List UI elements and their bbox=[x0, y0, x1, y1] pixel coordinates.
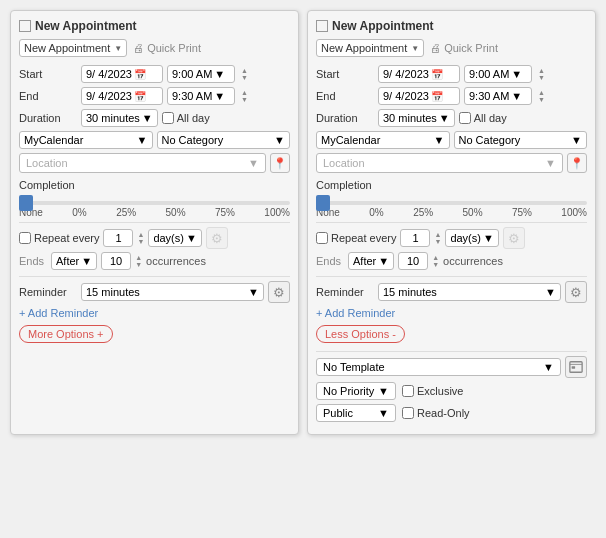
slider-track[interactable] bbox=[19, 201, 290, 205]
duration-row-2: Duration 30 minutes ▼ All day bbox=[316, 109, 587, 127]
calendar-dropdown[interactable]: MyCalendar ▼ bbox=[19, 131, 153, 149]
down-arrow-icon[interactable]: ▼ bbox=[241, 74, 248, 81]
category-dropdown-2[interactable]: No Category ▼ bbox=[454, 131, 588, 149]
down-arrow-icon[interactable]: ▼ bbox=[241, 96, 248, 103]
slider-thumb[interactable] bbox=[19, 195, 33, 211]
repeat-count-input[interactable] bbox=[103, 229, 133, 247]
start-scroll[interactable]: ▲ ▼ bbox=[241, 67, 248, 81]
reminder-value-2: 15 minutes bbox=[383, 286, 437, 298]
repeat-count-input-2[interactable] bbox=[400, 229, 430, 247]
up-arrow-icon[interactable]: ▲ bbox=[137, 231, 144, 238]
repeat-checkbox-label-2[interactable]: Repeat every bbox=[316, 232, 396, 244]
appointment-type-dropdown-2[interactable]: New Appointment ▼ bbox=[316, 39, 424, 57]
calendar-icon[interactable]: 📅 bbox=[431, 69, 443, 80]
allday-checkbox[interactable] bbox=[162, 112, 174, 124]
location-field[interactable]: Location ▼ bbox=[19, 153, 266, 173]
up-arrow-icon[interactable]: ▲ bbox=[432, 254, 439, 261]
ends-after-dropdown[interactable]: After ▼ bbox=[51, 252, 97, 270]
ends-spinners[interactable]: ▲ ▼ bbox=[135, 254, 142, 268]
start-date-field[interactable]: 9/ 4/2023 📅 bbox=[81, 65, 163, 83]
up-arrow-icon[interactable]: ▲ bbox=[538, 89, 545, 96]
readonly-checkbox[interactable] bbox=[402, 407, 414, 419]
repeat-settings-button[interactable]: ⚙ bbox=[206, 227, 228, 249]
down-arrow-icon[interactable]: ▼ bbox=[137, 238, 144, 245]
reminder-dropdown-2[interactable]: 15 minutes ▼ bbox=[378, 283, 561, 301]
reminder-dropdown[interactable]: 15 minutes ▼ bbox=[81, 283, 264, 301]
up-arrow-icon[interactable]: ▲ bbox=[434, 231, 441, 238]
end-date-field-2[interactable]: 9/ 4/2023 📅 bbox=[378, 87, 460, 105]
up-arrow-icon[interactable]: ▲ bbox=[241, 67, 248, 74]
repeat-spinners-2[interactable]: ▲ ▼ bbox=[434, 231, 441, 245]
add-reminder-button[interactable]: + Add Reminder bbox=[19, 307, 290, 319]
allday-checkbox-2[interactable] bbox=[459, 112, 471, 124]
panel-1-title-text: New Appointment bbox=[35, 19, 137, 33]
exclusive-checkbox[interactable] bbox=[402, 385, 414, 397]
less-options-button[interactable]: Less Options - bbox=[316, 325, 405, 343]
appointment-type-dropdown[interactable]: New Appointment ▼ bbox=[19, 39, 127, 57]
ends-count-input-2[interactable] bbox=[398, 252, 428, 270]
calendar-dropdown-2[interactable]: MyCalendar ▼ bbox=[316, 131, 450, 149]
slider-thumb-2[interactable] bbox=[316, 195, 330, 211]
exclusive-label: Exclusive bbox=[417, 385, 463, 397]
template-settings-button[interactable] bbox=[565, 356, 587, 378]
completion-slider-2[interactable]: None 0% 25% 50% 75% 100% bbox=[316, 201, 587, 218]
category-dropdown[interactable]: No Category ▼ bbox=[157, 131, 291, 149]
up-arrow-icon[interactable]: ▲ bbox=[538, 67, 545, 74]
quick-print-button[interactable]: 🖨 Quick Print bbox=[133, 42, 201, 54]
location-pin-icon-2[interactable]: 📍 bbox=[567, 153, 587, 173]
location-field-2[interactable]: Location ▼ bbox=[316, 153, 563, 173]
end-scroll[interactable]: ▲ ▼ bbox=[241, 89, 248, 103]
repeat-label-2: Repeat every bbox=[331, 232, 396, 244]
slider-track-2[interactable] bbox=[316, 201, 587, 205]
add-reminder-button-2[interactable]: + Add Reminder bbox=[316, 307, 587, 319]
duration-dropdown[interactable]: 30 minutes ▼ bbox=[81, 109, 158, 127]
down-arrow-icon[interactable]: ▼ bbox=[135, 261, 142, 268]
ends-count-input[interactable] bbox=[101, 252, 131, 270]
label-0-2: 0% bbox=[369, 207, 383, 218]
end-time-field-2[interactable]: 9:30 AM ▼ bbox=[464, 87, 532, 105]
chevron-down-icon: ▼ bbox=[81, 255, 92, 267]
more-options-button[interactable]: More Options + bbox=[19, 325, 113, 343]
repeat-checkbox-2[interactable] bbox=[316, 232, 328, 244]
completion-slider[interactable]: None 0% 25% 50% 75% 100% bbox=[19, 201, 290, 218]
priority-dropdown[interactable]: No Priority ▼ bbox=[316, 382, 396, 400]
end-time-field[interactable]: 9:30 AM ▼ bbox=[167, 87, 235, 105]
repeat-checkbox[interactable] bbox=[19, 232, 31, 244]
end-row: End 9/ 4/2023 📅 9:30 AM ▼ ▲ ▼ bbox=[19, 87, 290, 105]
start-date-field-2[interactable]: 9/ 4/2023 📅 bbox=[378, 65, 460, 83]
allday-checkbox-label[interactable]: All day bbox=[162, 112, 210, 124]
end-date-field[interactable]: 9/ 4/2023 📅 bbox=[81, 87, 163, 105]
repeat-checkbox-label[interactable]: Repeat every bbox=[19, 232, 99, 244]
readonly-checkbox-label[interactable]: Read-Only bbox=[402, 407, 470, 419]
down-arrow-icon[interactable]: ▼ bbox=[538, 74, 545, 81]
down-arrow-icon[interactable]: ▼ bbox=[538, 96, 545, 103]
start-time-field[interactable]: 9:00 AM ▼ bbox=[167, 65, 235, 83]
end-scroll-2[interactable]: ▲ ▼ bbox=[538, 89, 545, 103]
repeat-settings-button-2[interactable]: ⚙ bbox=[503, 227, 525, 249]
down-arrow-icon[interactable]: ▼ bbox=[432, 261, 439, 268]
ends-spinners-2[interactable]: ▲ ▼ bbox=[432, 254, 439, 268]
reminder-settings-button[interactable]: ⚙ bbox=[268, 281, 290, 303]
exclusive-checkbox-label[interactable]: Exclusive bbox=[402, 385, 463, 397]
priority-value: No Priority bbox=[323, 385, 374, 397]
up-arrow-icon[interactable]: ▲ bbox=[241, 89, 248, 96]
duration-dropdown-2[interactable]: 30 minutes ▼ bbox=[378, 109, 455, 127]
down-arrow-icon[interactable]: ▼ bbox=[434, 238, 441, 245]
calendar-value: MyCalendar bbox=[24, 134, 83, 146]
ends-after-dropdown-2[interactable]: After ▼ bbox=[348, 252, 394, 270]
start-time-field-2[interactable]: 9:00 AM ▼ bbox=[464, 65, 532, 83]
allday-checkbox-label-2[interactable]: All day bbox=[459, 112, 507, 124]
reminder-settings-button-2[interactable]: ⚙ bbox=[565, 281, 587, 303]
repeat-unit-dropdown[interactable]: day(s) ▼ bbox=[148, 229, 201, 247]
repeat-unit-dropdown-2[interactable]: day(s) ▼ bbox=[445, 229, 498, 247]
calendar-icon[interactable]: 📅 bbox=[431, 91, 443, 102]
up-arrow-icon[interactable]: ▲ bbox=[135, 254, 142, 261]
template-dropdown[interactable]: No Template ▼ bbox=[316, 358, 561, 376]
location-pin-icon[interactable]: 📍 bbox=[270, 153, 290, 173]
quick-print-button-2[interactable]: 🖨 Quick Print bbox=[430, 42, 498, 54]
repeat-spinners[interactable]: ▲ ▼ bbox=[137, 231, 144, 245]
calendar-icon[interactable]: 📅 bbox=[134, 69, 146, 80]
start-scroll-2[interactable]: ▲ ▼ bbox=[538, 67, 545, 81]
visibility-dropdown[interactable]: Public ▼ bbox=[316, 404, 396, 422]
calendar-icon[interactable]: 📅 bbox=[134, 91, 146, 102]
